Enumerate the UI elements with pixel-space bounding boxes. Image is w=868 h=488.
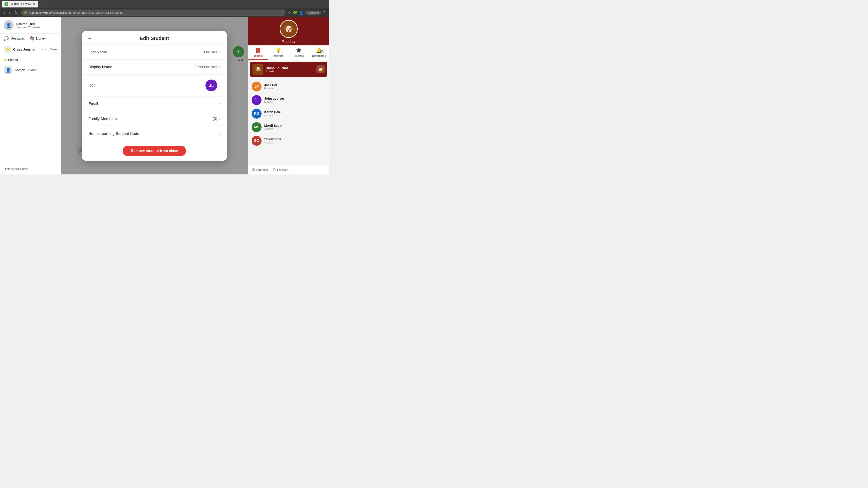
icon-field[interactable]: Icon JL ›	[82, 74, 227, 96]
left-sidebar: 👤 Lauren Deli Teacher - 2 Classes 💬 Mess…	[0, 17, 61, 174]
tab-title: Journal - Seesaw	[10, 2, 31, 6]
student-posts-3: 4 posts	[264, 127, 326, 131]
student-avatar-jp: JP	[252, 82, 261, 92]
new-tab-button[interactable]: +	[39, 1, 45, 7]
url-text: app.seesaw.me/#/class/class.e01bf4c2-9a2…	[29, 11, 123, 14]
activities-nav-label: Activities	[274, 55, 283, 57]
messages-nav-item[interactable]: 💬 Messages	[4, 36, 25, 41]
class-journal-card[interactable]: 🐶 Class Journal 8 posts 📁	[250, 62, 327, 77]
student-avatar-jl: JL	[252, 95, 261, 105]
settings-button[interactable]: ⚙	[317, 47, 327, 57]
email-label: Email	[88, 102, 219, 106]
families-footer-action[interactable]: ⊕ Families	[272, 167, 288, 172]
student-avatar-sc: SC	[252, 136, 261, 146]
user-header: 👤 Lauren Deli Teacher - 2 Classes	[0, 17, 61, 34]
pinned-section: ★ Pinned 👤 Sample Student	[0, 55, 61, 78]
student-row[interactable]: MS Mordi Seem 4 posts	[250, 121, 327, 134]
tab-close-button[interactable]: ✕	[33, 2, 35, 6]
add-families-icon: ⊕	[272, 167, 276, 172]
student-info-4: Shiella Cris 4 posts	[264, 137, 326, 144]
icon-label: Icon	[88, 83, 206, 88]
journal-nav-icon: 📕	[255, 48, 261, 54]
menu-icon[interactable]: ⋮	[323, 11, 327, 15]
student-posts-2: 4 posts	[264, 114, 326, 117]
families-footer-label: Families	[277, 168, 288, 171]
student-icon-avatar: JL	[206, 79, 217, 91]
student-row[interactable]: JP Jack Pot 6 posts	[250, 80, 327, 93]
tab-journal[interactable]: 📕 Journal	[248, 45, 268, 60]
profile-icon[interactable]: 👤	[299, 11, 304, 15]
family-members-field[interactable]: Family Members (0) ›	[82, 111, 227, 126]
extensions-icon[interactable]: 🧩	[293, 11, 297, 15]
tab-favicon: S	[4, 2, 8, 6]
right-nav: 📕 Journal 💡 Activities 🎓 Progress 🔔 Noti…	[248, 45, 329, 60]
student-row[interactable]: JL John Louises 5 posts	[250, 93, 327, 107]
right-sidebar: 🐶 Moodjoy + Add ⚙ 📕 Journal 💡 Activities…	[248, 17, 329, 174]
student-code-label: Home Learning Student Code	[88, 131, 219, 136]
dates-label: Dates	[50, 48, 57, 51]
class-journal-info: Class Journal 8 posts	[266, 66, 314, 73]
student-code-field[interactable]: Home Learning Student Code ›	[82, 126, 227, 141]
pinned-header: ★ Pinned	[4, 58, 57, 62]
class-name: Class Journal	[13, 47, 39, 51]
email-arrow-icon: ›	[219, 101, 220, 106]
modal-title: Edit Student	[140, 35, 169, 41]
students-footer-action[interactable]: ⊕ Students	[252, 167, 268, 172]
modal-back-button[interactable]: ←	[88, 35, 92, 41]
moodjoy-label: Moodjoy	[282, 39, 296, 43]
email-field[interactable]: Email ›	[82, 96, 227, 111]
tab-bar: S Journal - Seesaw ✕ +	[0, 0, 329, 8]
student-info-2: Karen Dale 4 posts	[264, 110, 326, 117]
display-name-field[interactable]: Display Name John Louises ›	[82, 60, 227, 74]
class-journal-title: Class Journal	[266, 66, 314, 70]
library-nav-item[interactable]: 📚 Library	[29, 36, 46, 41]
add-students-icon: ⊕	[252, 167, 255, 172]
student-row[interactable]: SC Shiella Cris 4 posts	[250, 134, 327, 148]
last-name-arrow-icon: ›	[219, 50, 220, 55]
folder-button[interactable]: 📁	[316, 65, 324, 73]
class-selector[interactable]: ⭐ Class Journal ▾ ‹ Dates	[0, 43, 61, 55]
active-tab[interactable]: S Journal - Seesaw ✕	[2, 1, 38, 7]
messages-label: Messages	[10, 37, 25, 40]
student-posts-1: 5 posts	[264, 100, 326, 103]
students-footer-label: Students	[256, 168, 268, 171]
student-info-3: Mordi Seem 4 posts	[264, 124, 326, 131]
modal-overlay[interactable]: ← Edit Student Last Name Louises › Displ…	[61, 17, 248, 174]
date-nav[interactable]: ‹	[45, 47, 46, 51]
app-container: 👤 Lauren Deli Teacher - 2 Classes 💬 Mess…	[0, 17, 329, 174]
refresh-button[interactable]: ↻	[13, 9, 19, 16]
sample-student-name: Sample Student	[15, 68, 37, 72]
students-list: JP Jack Pot 6 posts JL John Louises 5 po…	[248, 79, 329, 165]
last-name-field[interactable]: Last Name Louises ›	[82, 45, 227, 60]
modal-body: Last Name Louises › Display Name John Lo…	[82, 45, 227, 141]
student-info-0: Jack Pot 6 posts	[264, 83, 326, 90]
activities-nav-icon: 💡	[275, 48, 281, 54]
user-name: Lauren Deli	[16, 22, 40, 26]
star-icon: ★	[4, 58, 7, 62]
tab-activities[interactable]: 💡 Activities	[268, 45, 289, 60]
library-label: Library	[36, 37, 46, 40]
address-bar-row: ‹ › ↻ 🔒 app.seesaw.me/#/class/class.e01b…	[0, 8, 329, 17]
remove-student-button[interactable]: Remove student from class	[123, 146, 186, 156]
last-name-label: Last Name	[88, 50, 204, 55]
prev-arrow-icon[interactable]: ‹	[45, 47, 46, 51]
display-name-label: Display Name	[88, 65, 195, 69]
tab-progress[interactable]: 🎓 Progress	[289, 45, 309, 60]
back-button[interactable]: ‹	[3, 9, 6, 16]
address-bar[interactable]: 🔒 app.seesaw.me/#/class/class.e01bf4c2-9…	[21, 9, 285, 16]
pinned-student[interactable]: 👤 Sample Student	[4, 64, 57, 76]
student-row[interactable]: KD Karen Dale 4 posts	[250, 107, 327, 121]
student-initials: JL	[209, 83, 214, 88]
class-journal-posts: 8 posts	[266, 70, 314, 73]
modal-footer: Remove student from class	[82, 141, 227, 161]
bookmark-icon[interactable]: ☆	[288, 11, 291, 15]
forward-button[interactable]: ›	[8, 9, 11, 16]
icon-value-container: JL	[206, 79, 219, 91]
progress-nav-label: Progress	[293, 55, 304, 57]
incognito-badge: Incognito	[305, 11, 321, 15]
icon-arrow-icon: ›	[219, 83, 220, 88]
student-posts-0: 6 posts	[264, 87, 326, 90]
modal-header: ← Edit Student	[82, 31, 227, 45]
class-description-text: This is our class!	[4, 167, 28, 171]
class-journal-avatar: 🐶	[252, 64, 264, 75]
